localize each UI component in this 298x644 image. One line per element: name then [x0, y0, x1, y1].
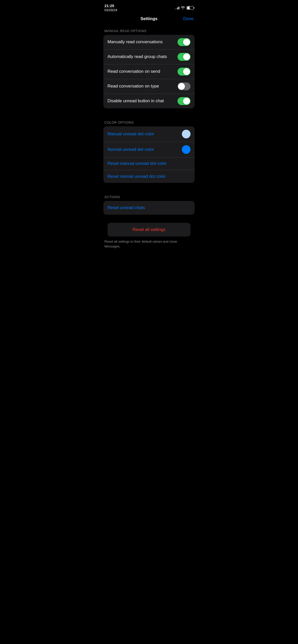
reset-all-settings-description: Reset all settings to their default valu…	[103, 237, 195, 249]
reset-all-settings-row[interactable]: Reset all settings	[107, 223, 191, 237]
color-options-section-header: COLOR OPTIONS	[99, 116, 199, 126]
manually-read-conversations-toggle[interactable]	[178, 38, 191, 46]
reset-all-settings-label: Reset all settings	[132, 227, 165, 232]
toggle-thumb	[178, 83, 185, 90]
status-time-date: 21:25 03/29/24	[104, 4, 117, 12]
manual-unread-dot-color-row[interactable]: Manual unread dot color	[103, 126, 195, 142]
read-conversation-on-type-label: Read conversation on type	[107, 84, 159, 89]
normal-unread-dot-color-swatch	[182, 145, 191, 154]
disable-unread-button-row: Disable unread button in chat	[103, 94, 195, 108]
nav-bar: Settings Done	[99, 14, 199, 25]
manual-unread-dot-color-swatch	[182, 130, 191, 138]
page-title: Settings	[140, 16, 157, 21]
status-time: 21:25	[104, 4, 117, 8]
signal-bar-2	[176, 8, 177, 9]
signal-bar-3	[177, 7, 178, 9]
manually-read-conversations-row: Manually read conversations	[103, 35, 195, 50]
read-conversation-on-send-toggle[interactable]	[178, 68, 191, 76]
reset-all-section: Reset all settings Reset all settings to…	[103, 223, 195, 249]
reset-manual-unread-dot-color-label: Reset manual unread dot color	[107, 161, 167, 166]
reset-manual-unread-dot-color-row[interactable]: Reset manual unread dot color	[103, 157, 195, 170]
signal-bar-1	[175, 9, 175, 9]
toggle-thumb	[183, 68, 190, 75]
auto-read-group-chats-toggle[interactable]	[178, 53, 191, 61]
battery-level: 50	[189, 7, 191, 9]
color-options-group: Manual unread dot color Normal unread do…	[103, 126, 195, 183]
status-bar: 21:25 03/29/24 50	[99, 0, 199, 14]
manual-unread-dot-color-label: Manual unread dot color	[107, 131, 154, 137]
actions-section-header: ACTIONS	[99, 191, 199, 201]
auto-read-group-chats-label: Automatically read group chats	[107, 54, 167, 59]
read-conversation-on-type-toggle[interactable]	[178, 82, 191, 90]
reset-normal-unread-dot-color-label: Reset normal unread dot color	[107, 174, 166, 179]
manually-read-conversations-label: Manually read conversations	[107, 39, 162, 45]
manual-read-group: Manually read conversations Automaticall…	[103, 35, 195, 108]
toggle-thumb	[183, 53, 190, 60]
reset-unread-chats-label: Reset unread chats	[107, 205, 145, 210]
toggle-thumb	[183, 39, 190, 46]
normal-unread-dot-color-row[interactable]: Normal unread dot color	[103, 142, 195, 157]
read-conversation-on-send-label: Read conversation on send	[107, 69, 160, 74]
wifi-icon	[181, 6, 185, 10]
status-icons: 50	[175, 6, 194, 10]
disable-unread-button-toggle[interactable]	[178, 97, 191, 105]
signal-bar-4	[179, 7, 179, 9]
reset-normal-unread-dot-color-row[interactable]: Reset normal unread dot color	[103, 170, 195, 183]
done-button[interactable]: Done	[183, 16, 194, 21]
normal-unread-dot-color-label: Normal unread dot color	[107, 147, 154, 152]
status-date: 03/29/24	[104, 8, 117, 12]
battery-icon: 50	[186, 6, 194, 10]
read-conversation-on-type-row: Read conversation on type	[103, 79, 195, 94]
reset-unread-chats-group: Reset unread chats	[103, 201, 195, 215]
toggle-thumb	[183, 98, 190, 105]
auto-read-group-chats-row: Automatically read group chats	[103, 50, 195, 64]
manual-read-section-header: MANUAL READ OPTIONS	[99, 25, 199, 35]
disable-unread-button-label: Disable unread button in chat	[107, 98, 164, 104]
read-conversation-on-send-row: Read conversation on send	[103, 64, 195, 79]
reset-all-settings-group: Reset all settings	[107, 223, 191, 237]
reset-unread-chats-row[interactable]: Reset unread chats	[103, 201, 195, 215]
signal-icon	[175, 6, 179, 9]
